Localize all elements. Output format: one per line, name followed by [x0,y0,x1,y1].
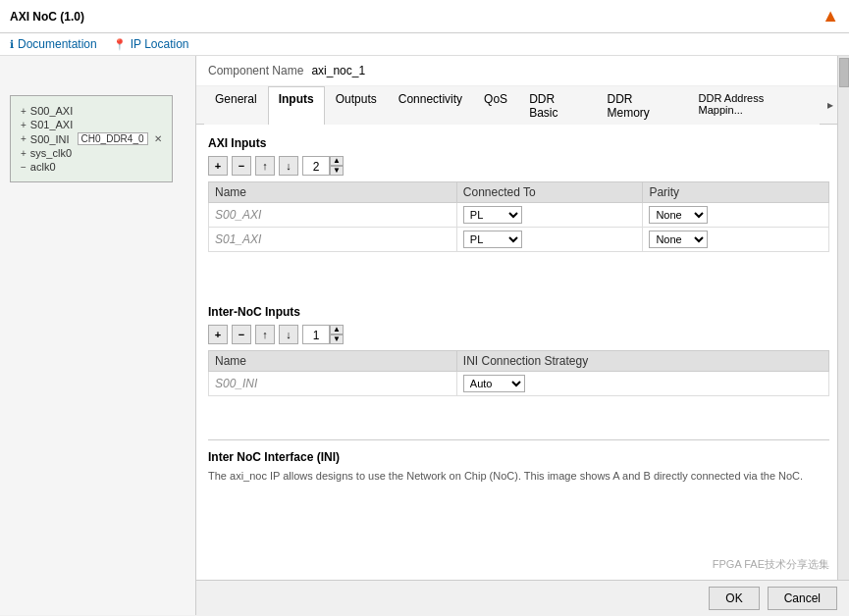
menu-bar: ℹ Documentation 📍 IP Location [0,33,849,56]
ini-row0-name: S00_INI [209,372,457,396]
expand-icon: + [21,148,27,159]
axi-row0-parity: None Even Odd [643,203,829,228]
menu-ip-location-label: IP Location [131,37,189,51]
expand-icon: + [21,120,27,130]
tab-outputs[interactable]: Outputs [325,86,388,125]
axi-row1-parity-select[interactable]: None Even Odd [649,231,708,248]
axi-row1-parity: None Even Odd [643,228,829,252]
axi-counter-up[interactable]: ▲ [330,156,344,166]
menu-documentation[interactable]: ℹ Documentation [10,37,97,51]
axi-row1-name: S01_AXI [209,228,457,252]
ini-counter-value[interactable]: 1 [302,325,330,344]
title-bar: AXI NoC (1.0) ▲ [0,0,849,33]
ini-counter-up[interactable]: ▲ [330,325,344,334]
list-item: + sys_clk0 [21,146,162,160]
axi-table: Name Connected To Parity S00_AXI PL [208,181,829,252]
block-badge: CH0_DDR4_0 [78,132,148,145]
bottom-bar: OK Cancel [196,580,849,615]
tab-inputs[interactable]: Inputs [268,86,325,125]
tab-general[interactable]: General [204,86,268,125]
table-row: S00_AXI PL PS DDR [209,203,829,228]
axi-add-button[interactable]: + [208,156,228,176]
axi-remove-button[interactable]: − [232,156,251,176]
ini-description-title: Inter NoC Interface (INI) [208,450,829,464]
component-name-label: Component Name [208,64,303,77]
axi-inputs-title: AXI Inputs [208,136,829,150]
expand-icon: + [21,133,27,144]
list-item: + S01_AXI [21,118,162,131]
left-panel: + S00_AXI + S01_AXI + S00_INI CH0_DDR4_0… [0,56,196,615]
collapse-icon: − [21,162,27,173]
block-item-label: S00_INI [30,133,70,145]
menu-documentation-label: Documentation [18,37,97,51]
ini-up-button[interactable]: ↑ [255,325,275,344]
ini-col-name: Name [209,351,457,372]
axi-toolbar: + − ↑ ↓ 2 ▲ ▼ [208,156,829,176]
axi-col-name: Name [209,182,457,203]
axi-col-parity: Parity [643,182,829,203]
scrollbar-thumb[interactable] [839,58,849,87]
list-item: + S00_AXI [21,104,162,118]
list-item: − aclk0 [21,160,162,174]
info-icon: ℹ [10,38,14,51]
ini-add-button[interactable]: + [208,325,228,344]
ok-button[interactable]: OK [709,587,759,610]
table-row: S00_INI Auto Manual [209,372,829,396]
right-content: AXI Inputs + − ↑ ↓ 2 ▲ ▼ [196,125,849,615]
ini-row0-strategy-select[interactable]: Auto Manual [463,375,525,392]
axi-counter: 2 ▲ ▼ [302,156,344,176]
main-content: + S00_AXI + S01_AXI + S00_INI CH0_DDR4_0… [0,56,849,615]
right-panel: Component Name axi_noc_1 General Inputs … [196,56,849,615]
block-item-label: S00_AXI [30,105,73,117]
app-title: AXI NoC (1.0) [10,10,84,24]
ini-remove-button[interactable]: − [232,325,251,344]
ini-table: Name INI Connection Strategy S00_INI Aut… [208,350,829,396]
axi-row0-parity-select[interactable]: None Even Odd [649,206,708,224]
ini-description-section: Inter NoC Interface (INI) The axi_noc IP… [208,439,829,485]
block-item-label: S01_AXI [30,119,73,130]
inter-noc-title: Inter-NoC Inputs [208,305,829,319]
cancel-button[interactable]: Cancel [768,587,837,610]
block-item-label: sys_clk0 [30,147,72,159]
axi-down-button[interactable]: ↓ [279,156,298,176]
tab-connectivity[interactable]: Connectivity [388,86,473,125]
ini-col-strategy: INI Connection Strategy [456,351,828,372]
app-logo: ▲ [822,6,839,26]
axi-row0-connected: PL PS DDR [456,203,643,228]
block-diagram: + S00_AXI + S01_AXI + S00_INI CH0_DDR4_0… [10,95,173,182]
watermark: FPGA FAE技术分享选集 [713,557,829,572]
component-name-row: Component Name axi_noc_1 [196,56,849,86]
axi-row0-name: S00_AXI [209,203,457,228]
ini-toolbar: + − ↑ ↓ 1 ▲ ▼ [208,325,829,344]
tab-qos[interactable]: QoS [473,86,518,125]
ini-down-button[interactable]: ↓ [279,325,298,344]
tab-ddr-address-mapping[interactable]: DDR Address Mappin... [688,86,820,125]
scrollbar[interactable] [837,56,849,580]
ini-counter: 1 ▲ ▼ [302,325,344,344]
axi-counter-down[interactable]: ▼ [330,166,344,176]
ini-description-text: The axi_noc IP allows designs to use the… [208,468,829,485]
ini-counter-down[interactable]: ▼ [330,334,344,344]
axi-row1-connected: PL PS DDR [456,228,643,252]
menu-ip-location[interactable]: 📍 IP Location [113,37,189,51]
axi-up-button[interactable]: ↑ [255,156,275,176]
expand-icon: + [21,106,27,117]
tabs-bar: General Inputs Outputs Connectivity QoS … [196,86,849,125]
axi-counter-value[interactable]: 2 [302,156,330,176]
tab-ddr-memory[interactable]: DDR Memory [597,86,688,125]
tab-ddr-basic[interactable]: DDR Basic [518,86,596,125]
ini-row0-strategy: Auto Manual [456,372,828,396]
block-item-label: aclk0 [30,161,56,173]
axi-row0-connected-select[interactable]: PL PS DDR [463,206,522,224]
location-icon: 📍 [113,38,127,51]
table-row: S01_AXI PL PS DDR [209,228,829,252]
axi-col-connected-to: Connected To [456,182,643,203]
close-icon[interactable]: ✕ [154,133,162,144]
list-item: + S00_INI CH0_DDR4_0 ✕ [21,131,162,146]
component-name-value: axi_noc_1 [311,64,365,77]
axi-row1-connected-select[interactable]: PL PS DDR [463,231,522,248]
